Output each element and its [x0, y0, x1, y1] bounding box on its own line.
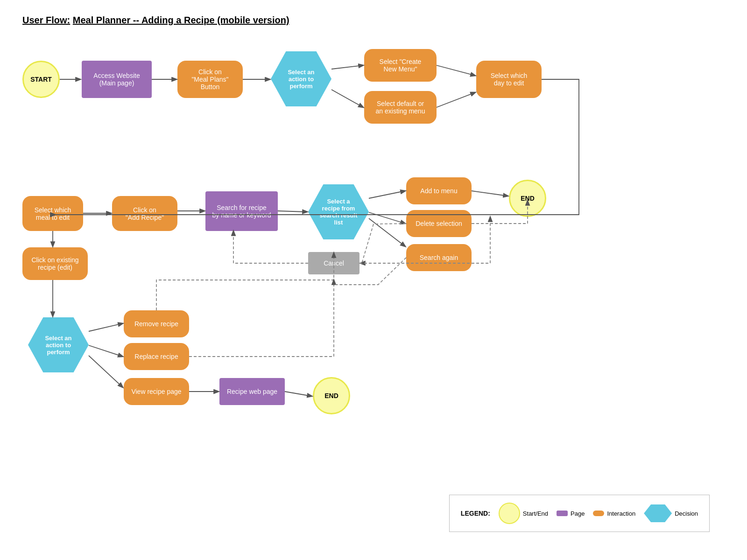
delete-selection-node: Delete selection — [406, 210, 472, 237]
title-text: Meal Planner -- Adding a Recipe (mobile … — [73, 15, 289, 25]
cancel-node: Cancel — [308, 252, 359, 274]
svg-line-8 — [437, 92, 475, 107]
replace-recipe-node: Replace recipe — [124, 343, 189, 370]
start-node: START — [22, 61, 60, 98]
svg-line-14 — [369, 218, 405, 246]
click-meal-plans-node: Click on "Meal Plans" Button — [177, 61, 243, 98]
select-action-bot-node: Select an action to perform — [28, 317, 89, 372]
legend-decision-label: Decision — [675, 510, 698, 517]
legend-page-icon — [557, 511, 568, 516]
search-recipe-node: Search for recipe by name or keyword — [205, 191, 278, 231]
svg-line-13 — [369, 212, 405, 224]
access-website-node: Access Website (Main page) — [82, 61, 152, 98]
legend-start-end-label: Start/End — [523, 510, 548, 517]
search-again-node: Search again — [406, 244, 472, 271]
select-action-top-node: Select an action to perform — [271, 51, 331, 106]
svg-line-5 — [331, 65, 363, 69]
select-which-meal-node: Select which meal to edit — [22, 196, 83, 231]
remove-recipe-node: Remove recipe — [124, 310, 189, 337]
end-bot-node: END — [313, 377, 350, 414]
svg-line-20 — [89, 356, 123, 387]
svg-line-18 — [89, 323, 123, 331]
add-to-menu-node: Add to menu — [406, 177, 472, 204]
svg-line-15 — [472, 191, 508, 196]
end-top-node: END — [509, 180, 546, 217]
legend: LEGEND: Start/End Page Interaction Decis… — [449, 495, 710, 532]
recipe-web-page-node: Recipe web page — [219, 378, 285, 405]
svg-line-6 — [331, 90, 363, 107]
legend-label: LEGEND: — [461, 510, 490, 517]
svg-line-19 — [89, 345, 123, 357]
svg-line-22 — [285, 392, 312, 396]
legend-start-end-icon — [499, 503, 520, 524]
select-default-node: Select default or an existing menu — [364, 91, 437, 124]
legend-interaction-label: Interaction — [607, 510, 635, 517]
click-add-recipe-node: Click on "Add Recipe" — [112, 196, 177, 231]
legend-interaction-icon — [593, 511, 604, 516]
select-create-new-node: Select "Create New Menu" — [364, 49, 437, 82]
svg-line-12 — [369, 191, 405, 198]
title-underline: User Flow: — [22, 15, 70, 25]
svg-line-11 — [278, 211, 307, 212]
page-title: User Flow: Meal Planner -- Adding a Reci… — [22, 15, 289, 26]
click-existing-node: Click on existing recipe (edit) — [22, 247, 88, 280]
select-recipe-list-node: Select a recipe from search result list — [308, 184, 369, 239]
select-which-day-node: Select which day to edit — [476, 61, 542, 98]
view-recipe-node: View recipe page — [124, 378, 189, 405]
legend-decision-icon — [644, 504, 672, 522]
legend-page-label: Page — [571, 510, 585, 517]
svg-line-7 — [437, 65, 475, 76]
